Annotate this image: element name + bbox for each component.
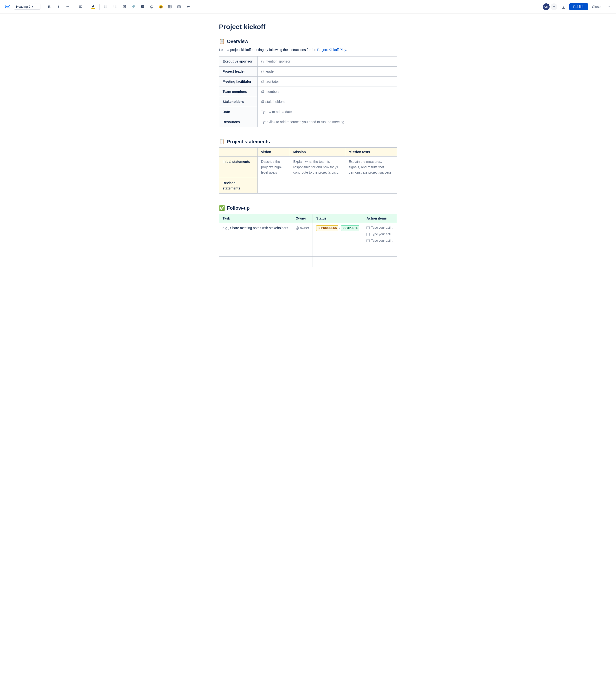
overview-value-cell[interactable]: Type /link to add resources you need to … xyxy=(258,117,397,127)
page-title[interactable]: Project kickoff xyxy=(219,23,397,31)
overview-value-cell[interactable]: Type // to add a date xyxy=(258,107,397,117)
bullets-button[interactable] xyxy=(102,3,110,10)
kickoff-play-link[interactable]: Project Kickoff Play xyxy=(317,48,346,52)
statements-table-row: Revised statements xyxy=(219,178,397,194)
mention-button[interactable]: @ xyxy=(148,3,155,10)
overview-heading: 📋 Overview xyxy=(219,38,397,44)
svg-rect-21 xyxy=(179,5,181,8)
heading-selector[interactable]: Heading 2 ▼ xyxy=(14,4,40,10)
more-options-button[interactable]: ··· xyxy=(605,3,612,10)
overview-value-cell[interactable]: @ mention sponsor xyxy=(258,57,397,67)
statements-tests-cell[interactable] xyxy=(345,178,397,194)
badge-inprogress[interactable]: IN PROGRESS xyxy=(316,225,338,231)
statements-table: Vision Mission Mission tests Initial sta… xyxy=(219,148,397,194)
overview-description: Lead a project kickoff meeting by follow… xyxy=(219,47,397,53)
statements-table-row: Initial statements Describe the project'… xyxy=(219,157,397,178)
toolbar-right: CK + Publish Close ··· xyxy=(542,3,612,10)
action-text[interactable]: Type your acti... xyxy=(371,238,393,243)
confluence-logo[interactable] xyxy=(4,3,10,10)
followup-header-row: Task Owner Status Action items xyxy=(219,214,397,223)
close-button[interactable]: Close xyxy=(590,3,603,10)
statements-col-empty xyxy=(219,148,258,157)
divider-4 xyxy=(99,4,100,10)
followup-col-actions: Action items xyxy=(363,214,397,223)
svg-rect-13 xyxy=(115,6,117,7)
followup-status-cell: IN PROGRESS / COMPLETE xyxy=(313,223,363,246)
overview-value-cell[interactable]: @ stakeholders xyxy=(258,97,397,107)
svg-rect-3 xyxy=(79,7,82,8)
followup-col-status: Status xyxy=(313,214,363,223)
statements-mission-cell[interactable] xyxy=(290,178,345,194)
overview-value-cell[interactable]: @ leader xyxy=(258,67,397,77)
status-badges: IN PROGRESS / COMPLETE xyxy=(316,225,360,231)
overview-table: Executive sponsor @ mention sponsor Proj… xyxy=(219,56,397,127)
action-text[interactable]: Type your acti... xyxy=(371,232,393,237)
status-slash: / xyxy=(339,226,340,231)
action-checkbox[interactable] xyxy=(367,239,370,243)
statements-row-label: Initial statements xyxy=(219,157,258,178)
followup-owner-cell[interactable] xyxy=(292,246,313,256)
color-a-label: A xyxy=(92,5,94,8)
align-button[interactable] xyxy=(76,3,84,10)
table-button[interactable] xyxy=(166,3,174,10)
bold-button[interactable]: B xyxy=(45,3,53,10)
draft-icon-button[interactable] xyxy=(560,3,567,10)
svg-rect-2 xyxy=(79,6,81,7)
followup-table-row: e.g., Share meeting notes with stakehold… xyxy=(219,223,397,246)
numbered-button[interactable]: 1. 2. 3. xyxy=(111,3,119,10)
color-button[interactable]: A xyxy=(89,3,97,10)
overview-value-cell[interactable]: @ members xyxy=(258,87,397,97)
action-items-list: Type your acti... Type your acti... Type… xyxy=(367,225,393,243)
statements-tests-cell[interactable]: Explain the measures, signals, and resul… xyxy=(345,157,397,178)
followup-task-cell[interactable] xyxy=(219,246,292,256)
overview-value-cell[interactable]: @ facilitator xyxy=(258,77,397,87)
followup-owner-cell[interactable] xyxy=(292,256,313,267)
statements-vision-cell[interactable]: Describe the project's high-level goals xyxy=(258,157,290,178)
italic-button[interactable]: I xyxy=(55,3,62,10)
action-checkbox[interactable] xyxy=(367,233,370,236)
followup-table: Task Owner Status Action items e.g., Sha… xyxy=(219,214,397,267)
svg-rect-11 xyxy=(115,5,117,6)
svg-rect-9 xyxy=(105,7,107,8)
more-text-button[interactable]: ··· xyxy=(64,3,71,10)
publish-button[interactable]: Publish xyxy=(569,3,588,10)
followup-actions-cell[interactable] xyxy=(363,246,397,256)
followup-section: ✅ Follow-up Task Owner Status Action ite… xyxy=(219,205,397,267)
followup-actions-cell: Type your acti... Type your acti... Type… xyxy=(363,223,397,246)
followup-table-row xyxy=(219,246,397,256)
followup-status-cell[interactable] xyxy=(313,246,363,256)
image-button[interactable]: 🖼 xyxy=(138,3,146,10)
svg-rect-0 xyxy=(4,3,10,10)
svg-rect-5 xyxy=(105,5,107,6)
statements-mission-cell[interactable]: Explain what the team is responsible for… xyxy=(290,157,345,178)
add-collaborator-button[interactable]: + xyxy=(550,3,558,10)
statements-row-label: Revised statements xyxy=(219,178,258,194)
overview-section: 📋 Overview Lead a project kickoff meetin… xyxy=(219,38,397,127)
link-button[interactable]: 🔗 xyxy=(129,3,137,10)
followup-task-cell[interactable]: e.g., Share meeting notes with stakehold… xyxy=(219,223,292,246)
layout-button[interactable] xyxy=(175,3,183,10)
overview-table-row: Meeting facilitator @ facilitator xyxy=(219,77,397,87)
action-text[interactable]: Type your acti... xyxy=(371,225,393,230)
followup-icon: ✅ xyxy=(219,205,225,211)
more-insert-button[interactable]: +▾ xyxy=(184,3,192,10)
overview-label-cell: Executive sponsor xyxy=(219,57,258,67)
svg-rect-15 xyxy=(115,7,117,8)
page-content: Project kickoff 📋 Overview Lead a projec… xyxy=(205,13,411,298)
task-button[interactable]: ☑ xyxy=(120,3,128,10)
svg-rect-16 xyxy=(168,5,171,8)
avatar: CK xyxy=(542,3,550,10)
overview-table-row: Resources Type /link to add resources yo… xyxy=(219,117,397,127)
statements-header-row: Vision Mission Mission tests xyxy=(219,148,397,157)
followup-task-cell[interactable] xyxy=(219,256,292,267)
followup-status-cell[interactable] xyxy=(313,256,363,267)
statements-vision-cell[interactable] xyxy=(258,178,290,194)
followup-owner-cell[interactable]: @ owner xyxy=(292,223,313,246)
emoji-button[interactable]: 😊 xyxy=(157,3,164,10)
overview-table-row: Project leader @ leader xyxy=(219,67,397,77)
heading-selector-label: Heading 2 xyxy=(16,5,30,8)
overview-label-cell: Stakeholders xyxy=(219,97,258,107)
badge-complete[interactable]: COMPLETE xyxy=(341,225,359,231)
followup-actions-cell[interactable] xyxy=(363,256,397,267)
action-checkbox[interactable] xyxy=(367,226,370,229)
